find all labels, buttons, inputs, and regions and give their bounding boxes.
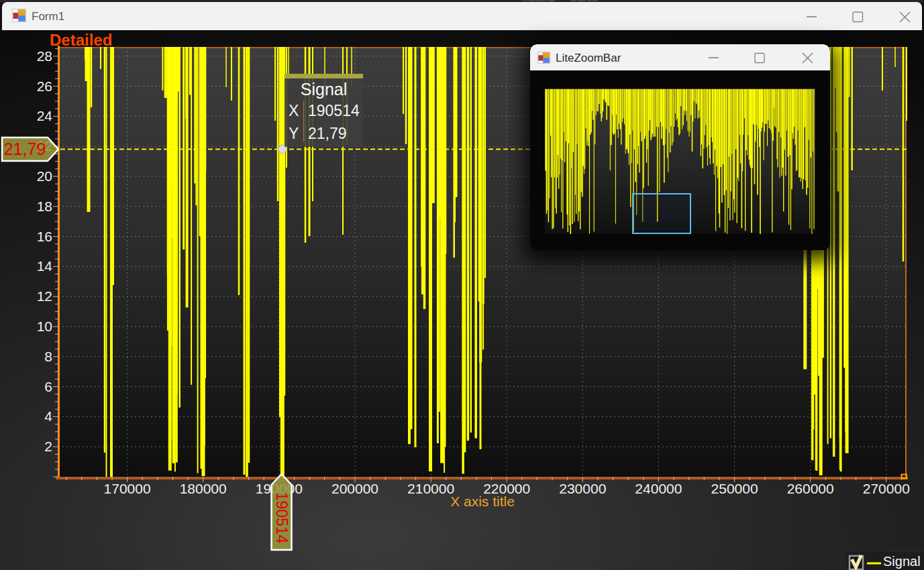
svg-text:21,79: 21,79 (4, 139, 46, 158)
svg-text:190514: 190514 (273, 492, 291, 544)
